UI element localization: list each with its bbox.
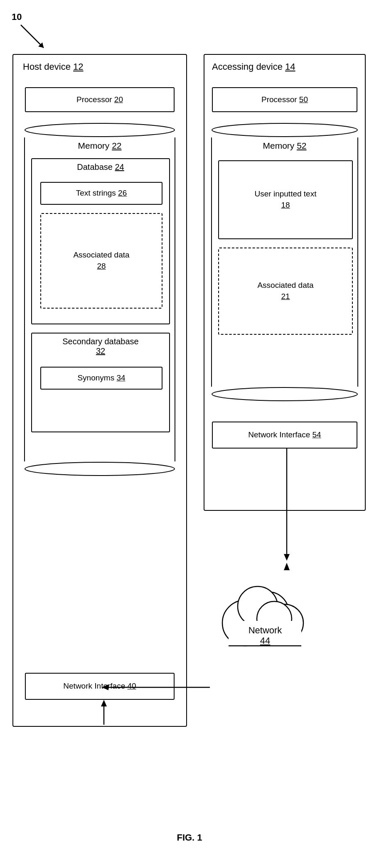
processor-50-box: Processor 50 [212,87,357,112]
svg-text:Network: Network [249,625,283,635]
svg-line-0 [21,25,44,48]
host-device-label: Host device 12 [23,61,84,72]
memory-52-top-ellipse [211,123,358,137]
diagram: 10 Host device 12 Accessing device 14 Pr… [0,0,379,868]
memory-22-top-ellipse [24,123,175,137]
database-24-box: Database 24 Text strings 26 Associated d… [31,158,170,324]
memory-52-container: Memory 52 User inputted text18 Associate… [211,123,358,402]
network-cloud: Network 44 [204,557,320,673]
svg-point-2 [25,123,175,137]
fig-label: FIG. 1 [177,832,202,843]
svg-point-5 [212,387,357,401]
secondary-database-32-box: Secondary database32 Synonyms 34 [31,333,170,432]
svg-marker-21 [284,563,290,570]
database-24-label: Database 24 [32,159,169,172]
svg-marker-20 [102,684,108,690]
arrow-ni54-down [281,449,293,565]
associated-data-28-box: Associated data28 [40,213,162,309]
memory-22-bottom-ellipse [24,461,175,476]
arrow-network-to-host [102,681,210,694]
secondary-database-32-label: Secondary database32 [32,333,169,356]
associated-data-21-box: Associated data21 [218,248,353,335]
arrow-network-up-ni54 [281,563,293,575]
memory-52-label: Memory 52 [212,137,357,151]
processor-50-label: Processor 50 [261,94,308,105]
memory-22-container: Memory 22 Database 24 Text strings 26 As… [24,123,175,476]
svg-marker-18 [284,554,290,561]
processor-20-label: Processor 20 [76,94,123,105]
memory-52-bottom-ellipse [211,387,358,402]
user-inputted-text-18-box: User inputted text18 [218,160,353,239]
ref-10-arrow [17,21,50,54]
network-interface-54-label: Network Interface 54 [248,429,321,441]
text-strings-26-label: Text strings 26 [76,188,127,199]
synonyms-34-label: Synonyms 34 [77,373,125,384]
svg-marker-16 [101,700,107,706]
user-inputted-text-18-label: User inputted text18 [255,189,317,211]
svg-text:44: 44 [260,635,270,646]
associated-data-28-label: Associated data28 [73,250,129,272]
processor-20-box: Processor 20 [25,87,175,112]
synonyms-34-box: Synonyms 34 [40,367,162,390]
svg-point-4 [212,123,357,137]
memory-22-label: Memory 22 [25,137,175,151]
arrow-ni40-up [98,700,110,725]
text-strings-26-box: Text strings 26 [40,182,162,205]
svg-point-3 [25,462,175,476]
network-interface-54-box: Network Interface 54 [212,422,357,449]
accessing-device-label: Accessing device 14 [212,61,295,72]
associated-data-21-label: Associated data21 [257,280,313,302]
